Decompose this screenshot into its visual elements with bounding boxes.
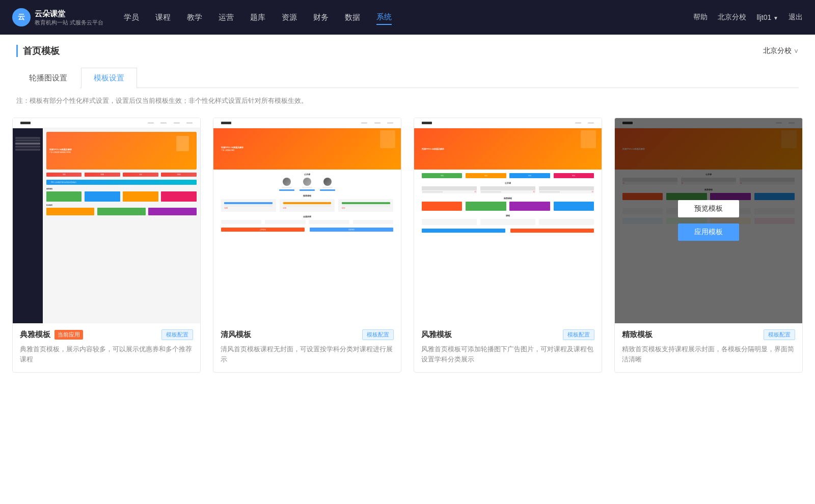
template-card-body-clean: 清风模板 模板配置 清风首页模板课程无封面，可设置按学科分类对课程进行展示 (213, 323, 401, 373)
nav-shuju[interactable]: 数据 (345, 11, 360, 24)
logo-text: 云朵课堂 教育机构一站 式服务云平台 (35, 9, 103, 26)
navbar-menu: 学员 课程 教学 运营 题库 资源 财务 数据 系统 (124, 10, 693, 25)
nav-xueyuan[interactable]: 学员 (124, 11, 139, 24)
template-card-clean: 托福TPO1-54真题及解析 广告·心理·基础·课程 公开课 (213, 118, 401, 373)
help-link[interactable]: 帮助 (693, 13, 708, 22)
templates-area: 托福TPO1-54真题及解析 广告·心理总理·实际报道·用手机 ¥30 (0, 114, 815, 393)
template-name-row-wind: 风雅模板 模板配置 (421, 329, 594, 340)
nav-yunying[interactable]: 运营 (219, 11, 234, 24)
template-card-wind: 托福TPO1-54真题及解析 学科 学科 学科 学科 公开课 (414, 118, 602, 373)
logo-icon: 云 (12, 8, 31, 26)
navbar: 云 云朵课堂 教育机构一站 式服务云平台 学员 课程 教学 运营 题库 资源 财… (0, 0, 815, 35)
tab-template[interactable]: 模板设置 (81, 68, 137, 88)
branch-label: 北京分校 (763, 46, 792, 55)
template-name-clean: 清风模板 (221, 330, 251, 340)
template-name-precise: 精致模板 (622, 330, 653, 340)
templates-grid: 托福TPO1-54真题及解析 广告·心理总理·实际报道·用手机 ¥30 (12, 118, 803, 373)
config-button-elegant[interactable]: 模板配置 (161, 329, 193, 340)
nav-xitong[interactable]: 系统 (376, 10, 392, 25)
nav-kecheng[interactable]: 课程 (155, 11, 171, 24)
branch-selector[interactable]: 北京分校 ∨ (763, 46, 799, 55)
chevron-down-icon: ∨ (794, 47, 799, 55)
template-preview-precise[interactable]: 托福TPO1-54真题及解析 公开课 ¥1 (615, 118, 802, 323)
tab-banner[interactable]: 轮播图设置 (16, 68, 80, 88)
precise-overlay: 预览模板 应用模板 (615, 118, 802, 323)
config-button-clean[interactable]: 模板配置 (362, 329, 394, 340)
page-title: 首页模板 (16, 45, 60, 57)
template-preview-clean[interactable]: 托福TPO1-54真题及解析 广告·心理·基础·课程 公开课 (213, 118, 401, 323)
apply-template-button-precise[interactable]: 应用模板 (678, 223, 739, 241)
nav-ziyuan[interactable]: 资源 (282, 11, 297, 24)
template-card-elegant: 托福TPO1-54真题及解析 广告·心理总理·实际报道·用手机 ¥30 (12, 118, 201, 373)
logo[interactable]: 云 云朵课堂 教育机构一站 式服务云平台 (12, 8, 103, 26)
template-desc-precise: 精致首页模板支持课程展示封面，各模板分隔明显，界面简洁清晰 (622, 344, 795, 366)
note-text: 注：模板有部分个性化样式设置，设置后仅当前模板生效；非个性化样式设置后针对所有模… (16, 96, 799, 105)
template-card-body-precise: 精致模板 模板配置 精致首页模板支持课程展示封面，各模板分隔明显，界面简洁清晰 (615, 323, 802, 373)
template-card-body-elegant: 典雅模板 当前应用 模板配置 典雅首页模板，展示内容较多，可以展示优惠券和多个推… (13, 323, 200, 373)
template-preview-wind[interactable]: 托福TPO1-54真题及解析 学科 学科 学科 学科 公开课 (414, 118, 602, 323)
navbar-right: 帮助 北京分校 lljt01 ▼ 退出 (693, 13, 803, 22)
template-name-elegant: 典雅模板 (20, 330, 50, 340)
note-area: 注：模板有部分个性化样式设置，设置后仅当前模板生效；非个性化样式设置后针对所有模… (0, 88, 815, 114)
page-header: 首页模板 北京分校 ∨ (0, 35, 815, 57)
template-desc-clean: 清风首页模板课程无封面，可设置按学科分类对课程进行展示 (221, 344, 394, 366)
template-name-row-precise: 精致模板 模板配置 (622, 329, 795, 340)
nav-caiwu[interactable]: 财务 (313, 11, 329, 24)
template-desc-elegant: 典雅首页模板，展示内容较多，可以展示优惠券和多个推荐课程 (20, 344, 193, 366)
page-container: 首页模板 北京分校 ∨ 轮播图设置 模板设置 注：模板有部分个性化样式设置，设置… (0, 35, 815, 504)
preview-template-button-precise[interactable]: 预览模板 (678, 200, 739, 217)
user-dropdown[interactable]: lljt01 ▼ (756, 13, 778, 21)
template-name-row-elegant: 典雅模板 当前应用 模板配置 (20, 329, 193, 340)
tabs: 轮播图设置 模板设置 (16, 67, 799, 88)
badge-current-elegant: 当前应用 (55, 330, 83, 340)
branch-link[interactable]: 北京分校 (718, 13, 746, 22)
nav-jiaoxue[interactable]: 教学 (187, 11, 202, 24)
config-button-precise[interactable]: 模板配置 (764, 329, 795, 340)
tabs-area: 轮播图设置 模板设置 (0, 57, 815, 88)
logout-link[interactable]: 退出 (789, 13, 803, 22)
template-card-precise: 托福TPO1-54真题及解析 公开课 ¥1 (614, 118, 803, 373)
template-name-row-clean: 清风模板 模板配置 (221, 329, 394, 340)
template-card-body-wind: 风雅模板 模板配置 风雅首页模板可添加轮播图下广告图片，可对课程及课程包设置学科… (414, 323, 602, 373)
nav-tiku[interactable]: 题库 (250, 11, 265, 24)
config-button-wind[interactable]: 模板配置 (563, 329, 594, 340)
template-preview-elegant[interactable]: 托福TPO1-54真题及解析 广告·心理总理·实际报道·用手机 ¥30 (13, 118, 200, 323)
template-desc-wind: 风雅首页模板可添加轮播图下广告图片，可对课程及课程包设置学科分类展示 (421, 344, 594, 366)
template-name-wind: 风雅模板 (421, 330, 452, 340)
